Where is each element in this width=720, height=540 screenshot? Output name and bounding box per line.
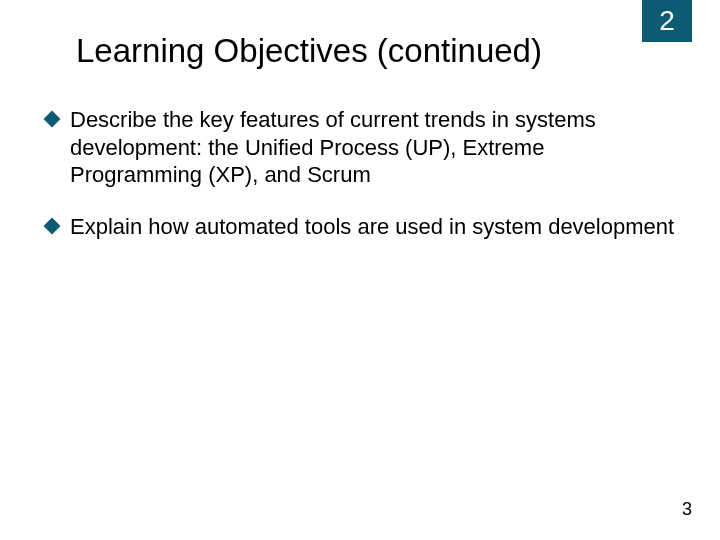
bullet-text: Explain how automated tools are used in … (70, 213, 680, 241)
bullet-text: Describe the key features of current tre… (70, 106, 680, 189)
slide-title: Learning Objectives (continued) (76, 32, 542, 70)
chapter-number: 2 (659, 5, 675, 36)
list-item: Describe the key features of current tre… (44, 106, 680, 189)
bullet-list: Describe the key features of current tre… (44, 106, 680, 264)
diamond-bullet-icon (44, 111, 61, 128)
page-number: 3 (682, 499, 692, 520)
diamond-bullet-icon (44, 217, 61, 234)
list-item: Explain how automated tools are used in … (44, 213, 680, 241)
chapter-number-box: 2 (642, 0, 692, 42)
